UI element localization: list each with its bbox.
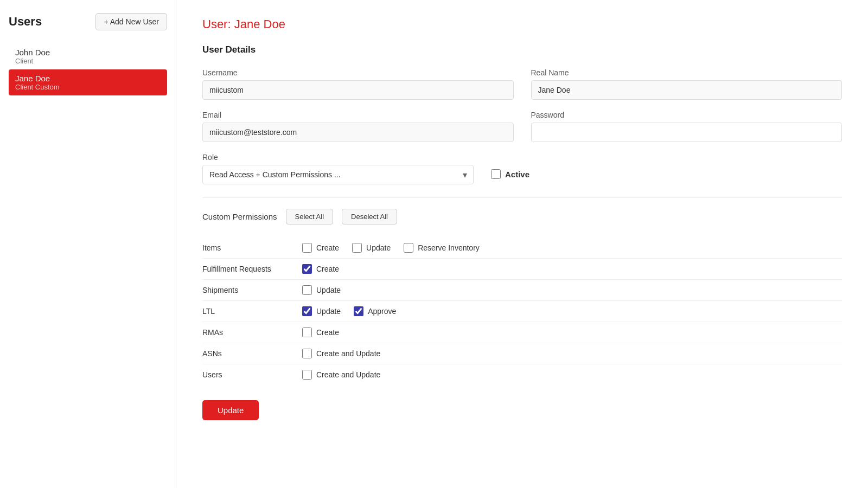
permission-item-ltl-approve[interactable]: Approve: [354, 306, 396, 316]
sidebar-title: Users: [9, 15, 42, 29]
permission-category: ASNs: [202, 349, 289, 358]
permission-row: ItemsCreateUpdateReserve Inventory: [202, 237, 842, 259]
label-items-reserve[interactable]: Reserve Inventory: [418, 243, 480, 252]
permission-item-ship-update[interactable]: Update: [302, 285, 341, 295]
label-users-create-update[interactable]: Create and Update: [316, 370, 380, 379]
sidebar-header: Users + Add New User: [9, 13, 167, 30]
active-group: Active: [491, 169, 529, 184]
username-label: Username: [202, 68, 514, 77]
permission-item-items-reserve[interactable]: Reserve Inventory: [404, 243, 480, 253]
page-title-name: Jane Doe: [234, 17, 285, 31]
user-name: Jane Doe: [15, 74, 161, 83]
real-name-input[interactable]: [531, 80, 843, 100]
active-label[interactable]: Active: [505, 170, 529, 179]
page-title: User: Jane Doe: [202, 17, 842, 31]
username-group: Username: [202, 68, 514, 100]
sidebar-item-john-doe[interactable]: John DoeClient: [9, 43, 167, 69]
permission-category: LTL: [202, 307, 289, 316]
role-group: Role Read Access + Custom Permissions ..…: [202, 153, 474, 184]
main-content: User: Jane Doe User Details Username Rea…: [176, 0, 868, 488]
checkbox-rma-create[interactable]: [302, 328, 312, 337]
update-button[interactable]: Update: [202, 400, 259, 420]
permissions-title: Custom Permissions: [202, 212, 277, 221]
email-input[interactable]: [202, 123, 514, 142]
label-items-create[interactable]: Create: [316, 243, 339, 252]
email-group: Email: [202, 111, 514, 142]
checkbox-ship-update[interactable]: [302, 285, 312, 295]
permission-row: LTLUpdateApprove: [202, 301, 842, 322]
page-title-prefix: User:: [202, 17, 231, 31]
permission-item-asn-create-update[interactable]: Create and Update: [302, 349, 380, 358]
permission-row: Fulfillment RequestsCreate: [202, 259, 842, 280]
permission-category: Items: [202, 243, 289, 252]
select-all-button[interactable]: Select All: [286, 209, 333, 224]
permission-category: RMAs: [202, 328, 289, 337]
permission-item-items-create[interactable]: Create: [302, 243, 339, 253]
permission-category: Shipments: [202, 286, 289, 294]
permissions-list: ItemsCreateUpdateReserve InventoryFulfil…: [202, 237, 842, 385]
real-name-label: Real Name: [531, 68, 843, 77]
role-active-row: Role Read Access + Custom Permissions ..…: [202, 153, 842, 184]
label-fr-create[interactable]: Create: [316, 265, 339, 273]
permissions-section: Custom Permissions Select All Deselect A…: [202, 197, 842, 385]
email-password-row: Email Password: [202, 111, 842, 142]
real-name-group: Real Name: [531, 68, 843, 100]
role-select-wrapper: Read Access + Custom Permissions ... Adm…: [202, 165, 474, 184]
checkbox-ltl-update[interactable]: [302, 306, 312, 316]
sidebar: Users + Add New User John DoeClientJane …: [0, 0, 176, 488]
permission-item-rma-create[interactable]: Create: [302, 328, 339, 337]
role-select[interactable]: Read Access + Custom Permissions ... Adm…: [202, 165, 474, 184]
permission-row: UsersCreate and Update: [202, 364, 842, 385]
label-ltl-approve[interactable]: Approve: [368, 307, 396, 316]
checkbox-fr-create[interactable]: [302, 264, 312, 274]
permission-category: Users: [202, 370, 289, 379]
user-name: John Doe: [15, 48, 161, 57]
add-new-user-button[interactable]: + Add New User: [95, 13, 167, 30]
permission-item-users-create-update[interactable]: Create and Update: [302, 370, 380, 380]
permission-row: ShipmentsUpdate: [202, 280, 842, 301]
user-role: Client: [15, 57, 161, 65]
user-role: Client Custom: [15, 83, 161, 91]
user-list: John DoeClientJane DoeClient Custom: [9, 43, 167, 95]
password-group: Password: [531, 111, 843, 142]
permission-row: RMAsCreate: [202, 322, 842, 343]
label-ship-update[interactable]: Update: [316, 286, 341, 294]
checkbox-users-create-update[interactable]: [302, 370, 312, 380]
permission-item-ltl-update[interactable]: Update: [302, 306, 341, 316]
active-checkbox[interactable]: [491, 169, 501, 179]
password-label: Password: [531, 111, 843, 119]
permission-item-fr-create[interactable]: Create: [302, 264, 339, 274]
label-asn-create-update[interactable]: Create and Update: [316, 349, 380, 358]
label-ltl-update[interactable]: Update: [316, 307, 341, 316]
permissions-header: Custom Permissions Select All Deselect A…: [202, 209, 842, 224]
label-items-update[interactable]: Update: [366, 243, 391, 252]
username-input[interactable]: [202, 80, 514, 100]
checkbox-asn-create-update[interactable]: [302, 349, 312, 358]
checkbox-items-create[interactable]: [302, 243, 312, 253]
permission-category: Fulfillment Requests: [202, 265, 289, 273]
deselect-all-button[interactable]: Deselect All: [342, 209, 397, 224]
checkbox-items-update[interactable]: [352, 243, 362, 253]
permission-row: ASNsCreate and Update: [202, 343, 842, 364]
email-label: Email: [202, 111, 514, 119]
role-label: Role: [202, 153, 474, 162]
permission-item-items-update[interactable]: Update: [352, 243, 391, 253]
username-realname-row: Username Real Name: [202, 68, 842, 100]
section-title: User Details: [202, 44, 842, 55]
label-rma-create[interactable]: Create: [316, 328, 339, 337]
checkbox-items-reserve[interactable]: [404, 243, 413, 253]
sidebar-item-jane-doe[interactable]: Jane DoeClient Custom: [9, 69, 167, 95]
password-input[interactable]: [531, 123, 843, 142]
checkbox-ltl-approve[interactable]: [354, 306, 363, 316]
